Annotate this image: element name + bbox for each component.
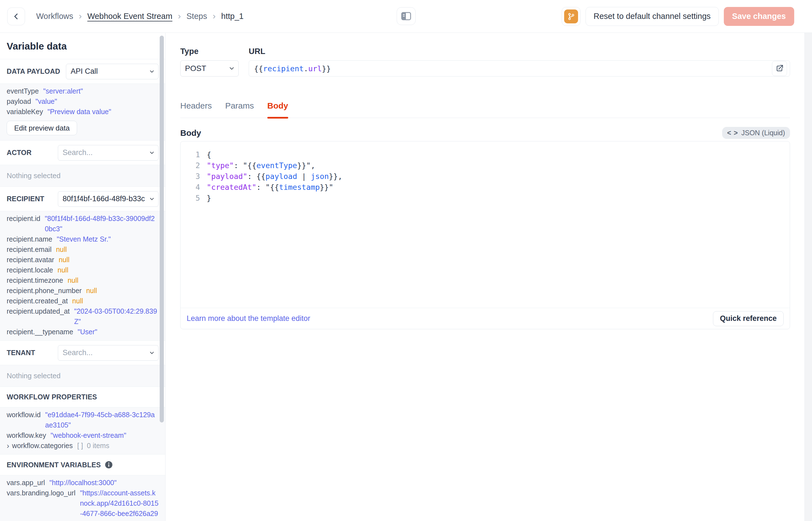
tab-headers[interactable]: Headers bbox=[180, 101, 212, 118]
breadcrumb: Workflows › Webhook Event Stream › Steps… bbox=[36, 12, 244, 21]
quick-reference-button[interactable]: Quick reference bbox=[713, 311, 784, 326]
type-label: Type bbox=[180, 47, 239, 56]
body-template-editor: 1 { 2 "type": "{{eventType}}", 3 "payloa… bbox=[180, 141, 790, 329]
payload-field-row: payload "value" bbox=[7, 96, 159, 107]
actor-row: ACTOR Search... bbox=[0, 140, 165, 165]
variable-data-sidebar: Variable data DATA PAYLOAD API Call even… bbox=[0, 33, 166, 521]
save-changes-button[interactable]: Save changes bbox=[724, 7, 794, 26]
workflow-categories-row[interactable]: › workflow.categories [ ] 0 items bbox=[7, 440, 159, 451]
actor-label: ACTOR bbox=[7, 149, 31, 157]
chevron-down-icon bbox=[149, 196, 155, 202]
recipient-field-row: recipient.timezonenull bbox=[7, 275, 159, 286]
breadcrumb-current-step: http_1 bbox=[221, 12, 244, 21]
code-line: 4 "createdAt": "{{timestamp}}" bbox=[187, 182, 790, 192]
recipient-field-row: recipient.emailnull bbox=[7, 244, 159, 255]
breadcrumb-workflow-name-link[interactable]: Webhook Event Stream bbox=[87, 12, 172, 21]
tenant-search-select[interactable]: Search... bbox=[58, 345, 159, 361]
type-field: Type POST bbox=[180, 47, 239, 76]
recipient-row: RECIPIENT 80f1f4bf-166d-48f9-b33c bbox=[0, 186, 165, 211]
language-badge: < > JSON (Liquid) bbox=[722, 127, 790, 139]
sidebar-toggle-button[interactable] bbox=[397, 7, 415, 25]
code-line: 2 "type": "{{eventType}}", bbox=[187, 160, 790, 171]
chevron-right-icon[interactable]: › bbox=[7, 440, 9, 451]
workflow-fields-panel: workflow.id"e91ddae4-7f99-45cb-a688-3c12… bbox=[0, 407, 165, 454]
tenant-label: TENANT bbox=[7, 349, 35, 357]
breadcrumb-workflows[interactable]: Workflows bbox=[36, 12, 73, 21]
template-editor-docs-link[interactable]: Learn more about the template editor bbox=[187, 314, 310, 323]
sidebar-title: Variable data bbox=[0, 33, 165, 59]
edit-preview-data-button[interactable]: Edit preview data bbox=[7, 121, 77, 135]
chevron-down-icon bbox=[149, 350, 155, 356]
recipient-select[interactable]: 80f1f4bf-166d-48f9-b33c bbox=[58, 191, 159, 207]
editor-footer: Learn more about the template editor Qui… bbox=[181, 308, 790, 329]
recipient-field-row: recipient.updated_at"2024-03-05T00:42:29… bbox=[7, 306, 159, 327]
recipient-label: RECIPIENT bbox=[7, 195, 44, 203]
http-method-select[interactable]: POST bbox=[180, 61, 239, 76]
line-number: 1 bbox=[187, 149, 200, 160]
request-tabs: Headers Params Body bbox=[180, 101, 790, 118]
breadcrumb-steps[interactable]: Steps bbox=[186, 12, 207, 21]
content-area: Variable data DATA PAYLOAD API Call even… bbox=[0, 33, 812, 521]
breadcrumb-separator-icon: › bbox=[79, 12, 82, 21]
tab-params[interactable]: Params bbox=[225, 101, 254, 118]
code-line: 1 { bbox=[187, 149, 790, 160]
request-config-row: Type POST URL {{recipient.url}} bbox=[180, 47, 790, 76]
code-icon: < > bbox=[727, 129, 738, 137]
recipient-field-row: recipient.created_atnull bbox=[7, 296, 159, 306]
chevron-left-icon bbox=[12, 12, 20, 21]
environment-variables-header: ENVIRONMENT VARIABLES bbox=[0, 454, 165, 475]
expand-url-editor-button[interactable] bbox=[772, 61, 787, 76]
recipient-fields-panel: recipient.id"80f1f4bf-166d-48f9-b33c-390… bbox=[0, 211, 165, 340]
line-number: 5 bbox=[187, 192, 200, 203]
top-bar: Workflows › Webhook Event Stream › Steps… bbox=[0, 0, 812, 33]
data-payload-select[interactable]: API Call bbox=[66, 64, 159, 79]
recipient-field-row: recipient.avatarnull bbox=[7, 255, 159, 265]
workflow-field-row: workflow.key"webhook-event-stream" bbox=[7, 430, 159, 440]
workflow-field-row: workflow.id"e91ddae4-7f99-45cb-a688-3c12… bbox=[7, 410, 159, 430]
back-button[interactable] bbox=[7, 7, 25, 25]
actor-search-select[interactable]: Search... bbox=[58, 145, 159, 161]
line-number: 2 bbox=[187, 160, 200, 171]
line-number: 4 bbox=[187, 182, 200, 192]
external-link-icon bbox=[775, 64, 784, 73]
git-branch-icon bbox=[564, 9, 578, 23]
chevron-down-icon bbox=[229, 65, 235, 72]
code-editor[interactable]: 1 { 2 "type": "{{eventType}}", 3 "payloa… bbox=[181, 141, 790, 308]
code-line: 3 "payload": {{payload | json}}, bbox=[187, 171, 790, 182]
body-editor-header: Body < > JSON (Liquid) bbox=[180, 127, 790, 139]
breadcrumb-separator-icon: › bbox=[178, 12, 181, 21]
sidebar-scrollbar-thumb[interactable] bbox=[160, 36, 164, 423]
env-fields-panel: vars.app_url"http://localhost:3000" vars… bbox=[0, 475, 165, 521]
workflow-properties-header: WORKFLOW PROPERTIES bbox=[0, 387, 165, 407]
url-input[interactable]: {{recipient.url}} bbox=[249, 61, 790, 76]
tenant-empty-panel: Nothing selected bbox=[0, 365, 165, 387]
array-item-count: 0 items bbox=[87, 440, 109, 451]
chevron-down-icon bbox=[149, 150, 155, 156]
info-icon[interactable] bbox=[104, 460, 113, 469]
tenant-row: TENANT Search... bbox=[0, 340, 165, 365]
code-line: 5 } bbox=[187, 192, 790, 203]
env-field-row: vars.app_url"http://localhost:3000" bbox=[7, 478, 159, 488]
recipient-field-row: recipient.phone_numbernull bbox=[7, 286, 159, 296]
panel-layout-icon bbox=[401, 12, 411, 21]
payload-field-row: variableKey "Preview data value" bbox=[7, 107, 159, 117]
empty-array-badge: [ ] bbox=[77, 440, 83, 451]
reset-channel-settings-button[interactable]: Reset to default channel settings bbox=[586, 7, 719, 26]
breadcrumb-separator-icon: › bbox=[213, 12, 216, 21]
payload-fields-panel: eventType "server:alert" payload "value"… bbox=[0, 84, 165, 140]
tab-body[interactable]: Body bbox=[267, 101, 288, 118]
recipient-field-row: recipient.id"80f1f4bf-166d-48f9-b33c-390… bbox=[7, 213, 159, 234]
line-number: 3 bbox=[187, 171, 200, 182]
chevron-down-icon bbox=[149, 68, 155, 74]
url-label: URL bbox=[249, 47, 790, 56]
data-payload-label: DATA PAYLOAD bbox=[7, 67, 60, 75]
app-window: Workflows › Webhook Event Stream › Steps… bbox=[0, 0, 812, 521]
recipient-field-row: recipient.name"Steven Metz Sr." bbox=[7, 234, 159, 244]
commit-history-button[interactable] bbox=[562, 7, 580, 26]
page-scrollbar-gutter bbox=[805, 33, 812, 521]
recipient-field-row: recipient.localenull bbox=[7, 265, 159, 275]
body-section-label: Body bbox=[180, 128, 201, 138]
topbar-actions: Reset to default channel settings Save c… bbox=[562, 7, 794, 26]
env-field-row: vars.branding.logo_url"https://account-a… bbox=[7, 488, 159, 521]
data-payload-row: DATA PAYLOAD API Call bbox=[0, 59, 165, 84]
